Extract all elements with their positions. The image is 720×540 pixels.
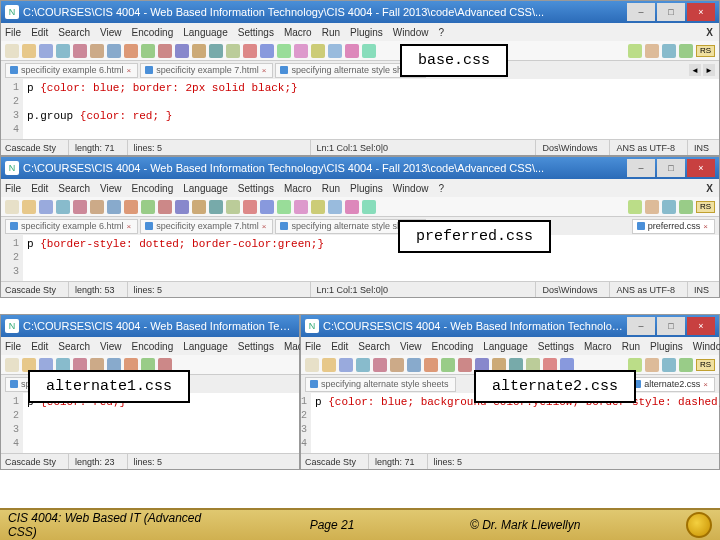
menu-plugins[interactable]: Plugins bbox=[350, 183, 383, 194]
tab-close-icon[interactable]: × bbox=[262, 222, 267, 231]
close-button[interactable]: × bbox=[687, 159, 715, 177]
menu-window[interactable]: Window bbox=[393, 183, 429, 194]
menu-file[interactable]: File bbox=[5, 27, 21, 38]
minimize-button[interactable]: – bbox=[627, 3, 655, 21]
toolbar-icon[interactable] bbox=[390, 358, 404, 372]
tab[interactable]: alternate2.css× bbox=[628, 377, 715, 392]
minimize-button[interactable]: – bbox=[627, 317, 655, 335]
tab-prev-icon[interactable]: ◄ bbox=[689, 64, 701, 76]
menu-file[interactable]: File bbox=[5, 183, 21, 194]
menu-search[interactable]: Search bbox=[58, 183, 90, 194]
toolbar-icon[interactable] bbox=[107, 200, 121, 214]
menu-encoding[interactable]: Encoding bbox=[132, 341, 174, 352]
toolbar-chip[interactable]: RS bbox=[696, 201, 715, 213]
toolbar-icon[interactable] bbox=[662, 358, 676, 372]
tab[interactable]: preferred.css× bbox=[632, 219, 715, 234]
code-area[interactable]: 1 2 3 p {border-style: dotted; border-co… bbox=[1, 235, 719, 281]
toolbar-icon[interactable] bbox=[322, 358, 336, 372]
code-lines[interactable]: p {border-style: dotted; border-color:gr… bbox=[23, 235, 719, 281]
tab-next-icon[interactable]: ► bbox=[703, 64, 715, 76]
toolbar-icon[interactable] bbox=[175, 200, 189, 214]
toolbar-icon[interactable] bbox=[56, 200, 70, 214]
menu-language[interactable]: Language bbox=[483, 341, 528, 352]
toolbar-icon[interactable] bbox=[328, 200, 342, 214]
menu-settings[interactable]: Settings bbox=[238, 341, 274, 352]
menu-view[interactable]: View bbox=[400, 341, 422, 352]
tab[interactable]: specificity example 6.html× bbox=[5, 219, 138, 234]
toolbar-icon[interactable] bbox=[328, 44, 342, 58]
menu-search[interactable]: Search bbox=[58, 27, 90, 38]
toolbar-icon[interactable] bbox=[73, 200, 87, 214]
toolbar-icon[interactable] bbox=[5, 358, 19, 372]
menu-edit[interactable]: Edit bbox=[31, 27, 48, 38]
menu-edit[interactable]: Edit bbox=[331, 341, 348, 352]
menubar-close-doc[interactable]: X bbox=[706, 27, 715, 38]
maximize-button[interactable]: □ bbox=[657, 317, 685, 335]
menu-file[interactable]: File bbox=[5, 341, 21, 352]
toolbar-chip[interactable]: RS bbox=[696, 359, 715, 371]
menu-run[interactable]: Run bbox=[622, 341, 640, 352]
toolbar-icon[interactable] bbox=[311, 200, 325, 214]
toolbar-icon[interactable] bbox=[260, 200, 274, 214]
tab[interactable]: specificity example 7.html× bbox=[140, 63, 273, 78]
menu-help[interactable]: ? bbox=[438, 183, 444, 194]
menu-language[interactable]: Language bbox=[183, 183, 228, 194]
toolbar-chip[interactable]: RS bbox=[696, 45, 715, 57]
toolbar-icon[interactable] bbox=[662, 44, 676, 58]
toolbar-icon[interactable] bbox=[679, 44, 693, 58]
toolbar-icon[interactable] bbox=[22, 200, 36, 214]
menu-macro[interactable]: Macro bbox=[284, 183, 312, 194]
menu-edit[interactable]: Edit bbox=[31, 183, 48, 194]
toolbar-icon[interactable] bbox=[90, 44, 104, 58]
menu-language[interactable]: Language bbox=[183, 341, 228, 352]
toolbar-icon[interactable] bbox=[407, 358, 421, 372]
toolbar-icon[interactable] bbox=[628, 200, 642, 214]
menu-run[interactable]: Run bbox=[322, 27, 340, 38]
toolbar-icon[interactable] bbox=[305, 358, 319, 372]
toolbar-icon[interactable] bbox=[175, 44, 189, 58]
toolbar-icon[interactable] bbox=[441, 358, 455, 372]
menu-search[interactable]: Search bbox=[358, 341, 390, 352]
menu-view[interactable]: View bbox=[100, 183, 122, 194]
tab-close-icon[interactable]: × bbox=[127, 66, 132, 75]
toolbar-icon[interactable] bbox=[73, 44, 87, 58]
toolbar-icon[interactable] bbox=[628, 44, 642, 58]
menu-file[interactable]: File bbox=[305, 341, 321, 352]
toolbar-icon[interactable] bbox=[5, 44, 19, 58]
menu-encoding[interactable]: Encoding bbox=[432, 341, 474, 352]
toolbar-icon[interactable] bbox=[22, 44, 36, 58]
toolbar-icon[interactable] bbox=[124, 44, 138, 58]
toolbar-icon[interactable] bbox=[209, 200, 223, 214]
toolbar-icon[interactable] bbox=[141, 200, 155, 214]
toolbar-icon[interactable] bbox=[107, 44, 121, 58]
toolbar-icon[interactable] bbox=[226, 44, 240, 58]
maximize-button[interactable]: □ bbox=[657, 3, 685, 21]
maximize-button[interactable]: □ bbox=[657, 159, 685, 177]
toolbar-icon[interactable] bbox=[141, 44, 155, 58]
toolbar-icon[interactable] bbox=[39, 44, 53, 58]
menu-encoding[interactable]: Encoding bbox=[132, 27, 174, 38]
toolbar-icon[interactable] bbox=[662, 200, 676, 214]
code-area[interactable]: 1 2 3 4 p {color: blue; border: 2px soli… bbox=[1, 79, 719, 139]
tab[interactable]: specificity example 6.html× bbox=[5, 63, 138, 78]
toolbar-icon[interactable] bbox=[679, 358, 693, 372]
menu-window[interactable]: Window bbox=[693, 341, 720, 352]
menu-search[interactable]: Search bbox=[58, 341, 90, 352]
minimize-button[interactable]: – bbox=[627, 159, 655, 177]
tab-close-icon[interactable]: × bbox=[703, 222, 708, 231]
close-button[interactable]: × bbox=[687, 3, 715, 21]
toolbar-icon[interactable] bbox=[90, 200, 104, 214]
menu-macro[interactable]: Macro bbox=[584, 341, 612, 352]
menu-encoding[interactable]: Encoding bbox=[132, 183, 174, 194]
menu-settings[interactable]: Settings bbox=[238, 183, 274, 194]
toolbar-icon[interactable] bbox=[645, 200, 659, 214]
toolbar-icon[interactable] bbox=[243, 200, 257, 214]
toolbar-icon[interactable] bbox=[645, 358, 659, 372]
tab-close-icon[interactable]: × bbox=[127, 222, 132, 231]
tab[interactable]: specificity example 7.html× bbox=[140, 219, 273, 234]
menu-view[interactable]: View bbox=[100, 27, 122, 38]
menu-window[interactable]: Window bbox=[393, 27, 429, 38]
close-button[interactable]: × bbox=[687, 317, 715, 335]
tab-close-icon[interactable]: × bbox=[703, 380, 708, 389]
toolbar-icon[interactable] bbox=[158, 44, 172, 58]
